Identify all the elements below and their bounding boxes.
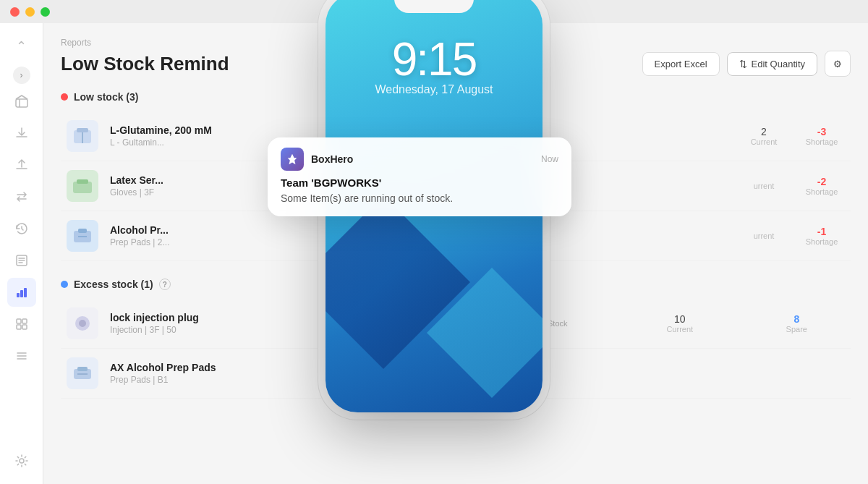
- notification-app-info: BoxHero: [281, 148, 353, 171]
- iphone-notch: [394, 0, 474, 13]
- sidebar-chevron-icon[interactable]: ⌃: [7, 32, 36, 61]
- svg-rect-6: [22, 319, 27, 323]
- current-value: 2: [741, 126, 787, 137]
- notification-card: BoxHero Now Team 'BGPWORKS' Some Item(s)…: [268, 137, 571, 216]
- iphone-date: Wednesday, 17 August: [375, 83, 493, 96]
- traffic-light-close[interactable]: [10, 7, 20, 17]
- item-thumbnail: [67, 170, 98, 202]
- svg-rect-11: [77, 128, 88, 132]
- current-label: urrent: [741, 182, 787, 190]
- sidebar-box-icon[interactable]: [7, 87, 36, 116]
- svg-rect-3: [20, 290, 23, 297]
- svg-rect-7: [17, 325, 21, 329]
- traffic-light-fullscreen[interactable]: [41, 7, 50, 17]
- item-thumbnail: [67, 307, 98, 339]
- notification-time: Now: [541, 154, 558, 164]
- shortage-label: Shortage: [799, 187, 845, 196]
- item-thumbnail: [67, 357, 98, 389]
- item-thumbnail: [67, 220, 98, 252]
- svg-rect-16: [78, 229, 87, 233]
- item-thumbnail: [67, 120, 98, 152]
- spare-value: 8: [749, 313, 845, 325]
- notification-app-name: BoxHero: [311, 153, 353, 165]
- shortage-value: -3: [799, 126, 845, 137]
- spare-label: Spare: [749, 325, 845, 334]
- notification-body: Some Item(s) are running out of stock.: [281, 192, 558, 206]
- svg-rect-5: [17, 319, 21, 323]
- excess-stock-dot: [61, 281, 68, 288]
- edit-quantity-icon: ⇅: [739, 59, 747, 69]
- shortage-value: -1: [799, 226, 845, 237]
- sidebar-expand-button[interactable]: ›: [13, 67, 30, 84]
- sidebar-history-icon[interactable]: [7, 214, 36, 243]
- gear-icon: ⚙: [833, 59, 842, 69]
- shortage-label: Shortage: [799, 137, 845, 146]
- help-icon[interactable]: ?: [159, 279, 171, 290]
- notification-app-icon: [281, 148, 304, 171]
- sidebar: ⌃ ›: [0, 23, 43, 484]
- iphone-mockup: 9:15 Wednesday, 17 August BoxHero Now Te…: [326, 0, 542, 412]
- sidebar-chart-icon[interactable]: [7, 278, 36, 307]
- sidebar-list-icon[interactable]: [7, 341, 36, 370]
- settings-button[interactable]: ⚙: [825, 51, 851, 77]
- sidebar-transfer-icon[interactable]: [7, 182, 36, 211]
- current-value: 10: [623, 313, 737, 325]
- svg-rect-4: [24, 288, 27, 297]
- svg-rect-21: [77, 367, 88, 371]
- low-stock-dot: [61, 93, 68, 101]
- sidebar-grid-icon[interactable]: [7, 310, 36, 339]
- header-actions: Export Excel ⇅ Edit Quantity ⚙: [642, 51, 851, 77]
- edit-quantity-button[interactable]: ⇅ Edit Quantity: [727, 52, 817, 76]
- current-label: Current: [741, 137, 787, 146]
- svg-rect-14: [77, 179, 88, 184]
- page-title: Low Stock Remind: [61, 53, 229, 75]
- shortage-value: -2: [799, 176, 845, 187]
- traffic-light-minimize[interactable]: [25, 7, 35, 17]
- shortage-label: Shortage: [799, 237, 845, 246]
- notification-header: BoxHero Now: [281, 148, 558, 171]
- export-excel-button[interactable]: Export Excel: [642, 52, 720, 76]
- notification-title: Team 'BGPWORKS': [281, 177, 558, 189]
- current-label: urrent: [741, 232, 787, 240]
- sidebar-notes-icon[interactable]: [7, 246, 36, 275]
- iphone-time: 9:15: [392, 33, 477, 86]
- sidebar-download-icon[interactable]: [7, 119, 36, 148]
- svg-point-9: [20, 459, 24, 463]
- current-label: Current: [623, 325, 737, 334]
- sidebar-settings-icon[interactable]: [7, 446, 36, 475]
- svg-rect-0: [16, 99, 27, 107]
- svg-rect-2: [17, 293, 20, 297]
- svg-point-19: [79, 320, 86, 327]
- svg-rect-8: [22, 325, 27, 329]
- sidebar-upload-icon[interactable]: [7, 150, 36, 179]
